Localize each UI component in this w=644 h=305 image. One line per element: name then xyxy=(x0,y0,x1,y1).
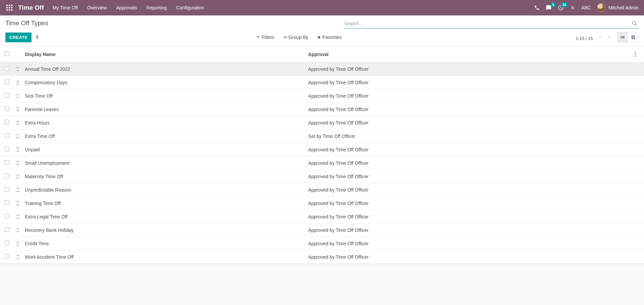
company-selector[interactable]: ABC xyxy=(581,5,591,10)
groupby-button[interactable]: Group By xyxy=(283,35,308,40)
row-checkbox[interactable] xyxy=(5,66,9,71)
drag-handle-icon[interactable] xyxy=(13,156,22,170)
table-row[interactable]: Extra Legal Time OffApproved by Time Off… xyxy=(0,210,644,223)
export-button[interactable] xyxy=(35,35,40,40)
cell-display-name: Unpaid xyxy=(22,143,306,156)
messages-badge: 6 xyxy=(550,2,556,7)
pager-prev[interactable] xyxy=(596,34,604,40)
table-row[interactable]: Sick Time OffApproved by Time Off Office… xyxy=(0,89,644,103)
funnel-icon xyxy=(256,35,260,39)
row-checkbox[interactable] xyxy=(5,147,9,151)
table-row[interactable]: Unpredictable ReasonApproved by Time Off… xyxy=(0,183,644,197)
activities-icon[interactable]: 34 xyxy=(558,5,564,11)
table-row[interactable]: UnpaidApproved by Time Off Officer xyxy=(0,143,644,156)
row-checkbox[interactable] xyxy=(5,227,9,232)
table-row[interactable]: Training Time OffApproved by Time Off Of… xyxy=(0,197,644,210)
cell-display-name: Extra Legal Time Off xyxy=(22,210,306,223)
list-view: Display Name Approval Annual Time Off 20… xyxy=(0,46,644,264)
favorites-button[interactable]: Favorites xyxy=(317,35,342,40)
cell-approval: Approved by Time Off Officer xyxy=(306,156,632,170)
messages-icon[interactable]: 6 xyxy=(546,5,552,11)
table-row[interactable]: Credit TimeApproved by Time Off Officer xyxy=(0,237,644,250)
nav-item-configuration[interactable]: Configuration xyxy=(176,5,204,10)
cell-approval: Approved by Time Off Officer xyxy=(306,62,632,76)
drag-handle-icon[interactable] xyxy=(13,250,22,264)
table-row[interactable]: Parental LeavesApproved by Time Off Offi… xyxy=(0,103,644,116)
row-checkbox[interactable] xyxy=(5,214,9,218)
drag-handle-icon[interactable] xyxy=(13,76,22,89)
drag-handle-icon[interactable] xyxy=(13,143,22,156)
select-all-checkbox[interactable] xyxy=(5,51,9,56)
drag-handle-icon[interactable] xyxy=(13,197,22,210)
drag-handle-icon[interactable] xyxy=(13,116,22,130)
phone-icon[interactable] xyxy=(534,5,540,10)
row-checkbox[interactable] xyxy=(5,93,9,98)
cell-approval: Approved by Time Off Officer xyxy=(306,250,632,264)
pager-next[interactable] xyxy=(605,34,612,40)
nav-item-approvals[interactable]: Approvals xyxy=(116,5,137,10)
nav-item-overview[interactable]: Overview xyxy=(87,5,107,10)
cell-approval: Set by Time Off Officer xyxy=(306,130,632,143)
apps-menu-icon[interactable] xyxy=(5,4,13,12)
drag-handle-icon[interactable] xyxy=(13,62,22,76)
column-header-approval[interactable]: Approval xyxy=(306,46,632,62)
table-row[interactable]: Extra Time OffSet by Time Off Officer xyxy=(0,130,644,143)
row-checkbox[interactable] xyxy=(5,80,9,84)
row-checkbox[interactable] xyxy=(5,160,9,165)
row-checkbox[interactable] xyxy=(5,173,9,178)
table-row[interactable]: Recovery Bank HolidayApproved by Time Of… xyxy=(0,223,644,237)
svg-rect-8 xyxy=(11,9,12,11)
row-checkbox[interactable] xyxy=(5,106,9,111)
column-options-button[interactable] xyxy=(632,46,644,62)
cell-approval: Approved by Time Off Officer xyxy=(306,143,632,156)
nav-item-reporting[interactable]: Reporting xyxy=(147,5,167,10)
table-row[interactable]: Small UnemploymentApproved by Time Off O… xyxy=(0,156,644,170)
table-row[interactable]: Work Accident Time OffApproved by Time O… xyxy=(0,250,644,264)
groupby-label: Group By xyxy=(288,35,308,40)
drag-handle-icon[interactable] xyxy=(13,223,22,237)
table-row[interactable]: Annual Time Off 2022Approved by Time Off… xyxy=(0,62,644,76)
view-kanban-button[interactable] xyxy=(628,32,639,43)
cell-display-name: Compensatory Days xyxy=(22,76,306,89)
row-checkbox[interactable] xyxy=(5,200,9,205)
app-brand[interactable]: Time Off xyxy=(18,4,44,11)
cell-approval: Approved by Time Off Officer xyxy=(306,197,632,210)
row-checkbox[interactable] xyxy=(5,120,9,124)
drag-handle-icon[interactable] xyxy=(13,210,22,223)
table-row[interactable]: Compensatory DaysApproved by Time Off Of… xyxy=(0,76,644,89)
user-menu[interactable]: Mitchell Admin xyxy=(597,3,639,12)
svg-point-13 xyxy=(635,56,636,57)
view-list-button[interactable] xyxy=(617,32,628,43)
filters-button[interactable]: Filters xyxy=(256,35,274,40)
row-checkbox[interactable] xyxy=(5,133,9,138)
search-icon[interactable] xyxy=(631,20,639,27)
cell-approval: Approved by Time Off Officer xyxy=(306,183,632,197)
drag-handle-icon[interactable] xyxy=(13,170,22,183)
drag-handle-icon[interactable] xyxy=(13,237,22,250)
drag-handle-icon[interactable] xyxy=(13,183,22,197)
search-input[interactable] xyxy=(343,19,631,28)
svg-rect-3 xyxy=(6,7,8,8)
row-checkbox[interactable] xyxy=(5,187,9,192)
svg-point-12 xyxy=(635,54,636,55)
cell-display-name: Annual Time Off 2022 xyxy=(22,62,306,76)
star-icon xyxy=(317,35,321,39)
drag-handle-icon[interactable] xyxy=(13,89,22,103)
row-checkbox[interactable] xyxy=(5,241,9,245)
favorites-label: Favorites xyxy=(322,35,342,40)
table-row[interactable]: Maternity Time OffApproved by Time Off O… xyxy=(0,170,644,183)
cell-display-name: Credit Time xyxy=(22,237,306,250)
row-checkbox[interactable] xyxy=(5,254,9,259)
nav-item-my-time-off[interactable]: My Time Off xyxy=(53,5,78,10)
drag-handle-icon[interactable] xyxy=(13,130,22,143)
user-name: Mitchell Admin xyxy=(608,5,639,10)
debug-icon[interactable] xyxy=(570,5,575,10)
control-panel: Time Off Types CREATE Filters Gro xyxy=(0,15,644,46)
svg-point-9 xyxy=(633,21,636,24)
create-button[interactable]: CREATE xyxy=(5,33,32,42)
table-row[interactable]: Extra HoursApproved by Time Off Officer xyxy=(0,116,644,130)
column-header-display-name[interactable]: Display Name xyxy=(22,46,306,62)
cell-approval: Approved by Time Off Officer xyxy=(306,103,632,116)
drag-handle-icon[interactable] xyxy=(13,103,22,116)
cell-approval: Approved by Time Off Officer xyxy=(306,223,632,237)
